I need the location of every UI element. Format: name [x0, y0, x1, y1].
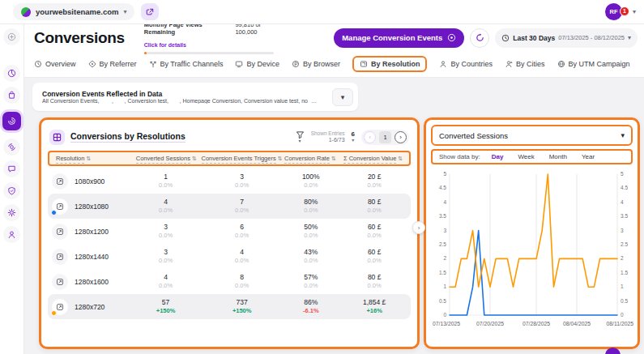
table-row-1280x1440[interactable]: 1280x144030.0%40.0%43%0.0%60 £0.0%	[48, 244, 411, 269]
period-option-week[interactable]: Week	[518, 153, 534, 160]
pageviews-progressbar	[144, 52, 274, 54]
manage-conversion-events-button[interactable]: Manage Conversion Events	[334, 28, 464, 48]
date-range-value: 07/13/2025 - 08/12/2025	[558, 34, 625, 41]
svg-text:5: 5	[443, 171, 446, 177]
metric-dropdown-value: Converted Sessions	[439, 131, 508, 140]
privacy-shield-icon[interactable]	[3, 182, 20, 199]
chevron-down-icon: ▾	[352, 138, 354, 143]
tab-label: By Countries	[450, 60, 493, 68]
svg-text:1.5: 1.5	[621, 270, 628, 275]
visitors-icon[interactable]	[3, 139, 20, 156]
svg-text:4: 4	[621, 199, 624, 205]
current-page[interactable]: 1	[379, 131, 391, 143]
table-row-1080x900[interactable]: 1080x90010.0%30.0%100%0.0%20 £0.0%	[48, 168, 411, 194]
column-header[interactable]: Conversion Rate⇅	[284, 155, 338, 162]
svg-text:1: 1	[621, 284, 624, 289]
svg-text:1: 1	[443, 284, 446, 289]
overview-icon	[34, 60, 42, 68]
app-window: yourwebsitename.com ▾ RF 1 ▾ Conversions	[0, 0, 644, 354]
resolution-label: 1280x1200	[75, 228, 109, 236]
tab-by-referrer[interactable]: By Referrer	[88, 60, 137, 68]
column-header[interactable]: Conversion Events Triggers⇅	[200, 155, 283, 162]
svg-text:5: 5	[621, 171, 624, 177]
sort-icon: ⇅	[86, 156, 91, 161]
resolution-label: 1280x1440	[75, 253, 109, 261]
svg-text:2.5: 2.5	[439, 241, 446, 247]
device-icon	[235, 60, 243, 68]
column-header[interactable]: Resolution⇅	[49, 155, 132, 162]
settings-gear-icon[interactable]	[3, 204, 20, 221]
chevron-down-icon: ▾	[628, 35, 631, 41]
page-title: Conversions	[34, 29, 125, 47]
metric-dropdown[interactable]: Converted Sessions ▾	[431, 125, 633, 146]
table-row-1280x1080[interactable]: 1280x108040.0%70.0%80%0.0%80 £0.0%	[48, 194, 411, 219]
table-row-1280x720[interactable]: 1280x72057+150%737+150%86%-6.1%1,854 £+1…	[48, 294, 411, 319]
table-body: 1080x90010.0%30.0%100%0.0%20 £0.0%1280x1…	[48, 168, 411, 319]
tab-label: By UTM Campaign	[569, 60, 630, 68]
funnel-icon	[296, 131, 305, 139]
column-header[interactable]: Converted Sessions⇅	[132, 155, 200, 162]
svg-text:3.5: 3.5	[439, 213, 446, 219]
site-domain: yourwebsitename.com	[36, 7, 118, 16]
shown-entries: Shown Entries 1-6/73	[311, 130, 345, 144]
panel-collapse-handle[interactable]: ›	[412, 221, 425, 234]
tab-by-countries[interactable]: By Countries	[439, 60, 493, 68]
period-option-day[interactable]: Day	[492, 153, 504, 160]
series-color-dot	[51, 210, 57, 215]
pageviews-details-link[interactable]: Click for details	[144, 42, 186, 48]
line-chart: 000.50.5111.51.5222.52.5333.53.5444.54.5…	[431, 166, 633, 338]
resolution-icon	[52, 224, 68, 240]
resolution-icon	[52, 249, 68, 265]
svg-text:4.5: 4.5	[439, 185, 446, 190]
table-row-1280x1200[interactable]: 1280x120030.0%60.0%50%0.0%60 £0.0%	[48, 219, 411, 244]
chart-panel: Converted Sessions ▾ Show data by: DayWe…	[424, 117, 640, 349]
sort-icon: ⇅	[192, 156, 197, 161]
next-page-button[interactable]: ›	[395, 131, 407, 143]
svg-text:0.5: 0.5	[621, 298, 628, 304]
tab-by-cities[interactable]: By Cities	[505, 60, 545, 68]
tab-by-traffic-channels[interactable]: By Traffic Channels	[149, 60, 224, 68]
column-header[interactable]: Σ Conversion Value⇅	[337, 155, 409, 162]
table-row-1280x1600[interactable]: 1280x160040.0%80.0%57%0.0%80 £0.0%	[48, 269, 411, 294]
shop-icon[interactable]	[3, 87, 20, 104]
account-icon[interactable]	[3, 226, 20, 243]
sort-icon: ⇅	[398, 156, 403, 161]
tab-overview[interactable]: Overview	[34, 60, 76, 68]
svg-text:0.5: 0.5	[439, 298, 446, 304]
tab-label: By Cities	[516, 60, 545, 68]
conversion-events-bar: Conversion Events Reflected in Data All …	[32, 83, 358, 111]
analytics-icon[interactable]	[3, 65, 20, 82]
events-bar-expand-button[interactable]: ▾	[332, 88, 353, 106]
table-icon	[49, 130, 65, 145]
svg-text:2.5: 2.5	[621, 241, 628, 247]
date-range-label: Last 30 Days	[513, 34, 555, 42]
add-icon[interactable]	[3, 28, 20, 45]
tab-by-utm-campaign[interactable]: By UTM Campaign	[557, 60, 630, 68]
tab-by-browser[interactable]: By Browser	[292, 60, 340, 68]
site-selector[interactable]: yourwebsitename.com ▾	[13, 3, 134, 20]
resolution-label: 1280x720	[75, 303, 104, 311]
tab-by-device[interactable]: By Device	[235, 60, 279, 68]
svg-text:2: 2	[443, 255, 446, 261]
resolution-icon	[52, 274, 68, 290]
tab-label: By Device	[246, 60, 279, 68]
user-menu[interactable]: RF 1	[605, 3, 629, 21]
prev-page-button[interactable]: ‹	[364, 131, 376, 143]
tab-by-resolution[interactable]: By Resolution	[352, 56, 428, 72]
period-option-year[interactable]: Year	[582, 153, 595, 160]
refresh-button[interactable]	[470, 28, 489, 48]
chevron-down-icon: ▾	[633, 9, 636, 15]
feedback-icon[interactable]	[3, 160, 20, 177]
svg-text:0: 0	[621, 312, 624, 318]
open-site-button[interactable]	[141, 3, 159, 20]
refresh-icon	[476, 33, 484, 42]
svg-text:2: 2	[621, 255, 624, 261]
resolution-label: 1080x900	[75, 177, 104, 186]
page-size-select[interactable]: 6 ▾	[352, 131, 355, 143]
period-option-month[interactable]: Month	[549, 153, 567, 160]
events-bar-title: Conversion Events Reflected in Data	[42, 90, 318, 98]
svg-text:4.5: 4.5	[621, 185, 628, 190]
filter-button[interactable]: ▾	[296, 131, 305, 143]
conversions-icon[interactable]	[2, 112, 21, 130]
date-range-picker[interactable]: Last 30 Days 07/13/2025 - 08/12/2025 ▾	[495, 28, 638, 48]
